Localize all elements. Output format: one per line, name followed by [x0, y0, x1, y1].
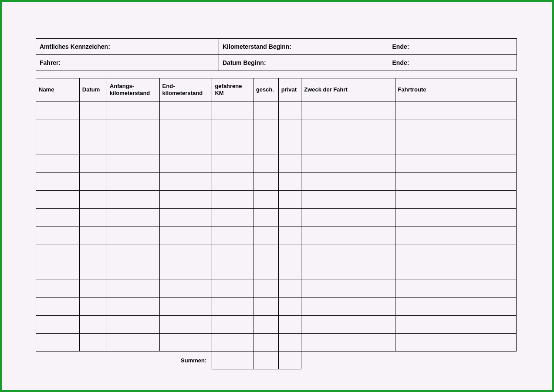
- log-cell[interactable]: [301, 137, 395, 155]
- log-cell[interactable]: [395, 334, 516, 351]
- log-cell[interactable]: [159, 173, 212, 191]
- log-cell[interactable]: [36, 316, 80, 334]
- log-cell[interactable]: [159, 316, 212, 334]
- log-cell[interactable]: [79, 209, 107, 226]
- log-cell[interactable]: [301, 298, 395, 316]
- log-cell[interactable]: [278, 298, 301, 316]
- log-cell[interactable]: [212, 298, 253, 316]
- log-cell[interactable]: [278, 280, 301, 298]
- log-cell[interactable]: [79, 155, 107, 173]
- log-cell[interactable]: [107, 101, 159, 119]
- log-cell[interactable]: [253, 173, 278, 191]
- log-cell[interactable]: [212, 280, 253, 298]
- log-cell[interactable]: [159, 101, 212, 119]
- log-cell[interactable]: [395, 137, 516, 155]
- log-cell[interactable]: [212, 334, 253, 351]
- log-cell[interactable]: [159, 119, 212, 137]
- log-cell[interactable]: [278, 173, 301, 191]
- log-cell[interactable]: [212, 244, 253, 262]
- log-cell[interactable]: [395, 101, 516, 119]
- log-cell[interactable]: [395, 173, 516, 191]
- log-cell[interactable]: [36, 262, 80, 280]
- log-cell[interactable]: [395, 191, 516, 209]
- log-cell[interactable]: [278, 155, 301, 173]
- log-cell[interactable]: [301, 173, 395, 191]
- log-cell[interactable]: [107, 244, 159, 262]
- log-cell[interactable]: [79, 280, 107, 298]
- log-cell[interactable]: [278, 119, 301, 137]
- log-cell[interactable]: [253, 280, 278, 298]
- log-cell[interactable]: [253, 119, 278, 137]
- log-cell[interactable]: [278, 191, 301, 209]
- log-cell[interactable]: [212, 119, 253, 137]
- log-cell[interactable]: [253, 334, 278, 351]
- log-cell[interactable]: [36, 244, 80, 262]
- log-cell[interactable]: [212, 173, 253, 191]
- log-cell[interactable]: [107, 226, 159, 244]
- log-cell[interactable]: [107, 119, 159, 137]
- log-cell[interactable]: [212, 316, 253, 334]
- log-cell[interactable]: [36, 173, 80, 191]
- log-cell[interactable]: [212, 191, 253, 209]
- log-cell[interactable]: [159, 244, 212, 262]
- log-cell[interactable]: [79, 137, 107, 155]
- log-cell[interactable]: [107, 155, 159, 173]
- log-cell[interactable]: [159, 155, 212, 173]
- log-cell[interactable]: [301, 244, 395, 262]
- log-cell[interactable]: [301, 101, 395, 119]
- log-cell[interactable]: [36, 191, 80, 209]
- log-cell[interactable]: [253, 101, 278, 119]
- log-cell[interactable]: [301, 280, 395, 298]
- log-cell[interactable]: [79, 298, 107, 316]
- log-cell[interactable]: [253, 155, 278, 173]
- log-cell[interactable]: [253, 262, 278, 280]
- log-cell[interactable]: [395, 262, 516, 280]
- log-cell[interactable]: [278, 137, 301, 155]
- log-cell[interactable]: [253, 298, 278, 316]
- log-cell[interactable]: [36, 226, 80, 244]
- log-cell[interactable]: [159, 280, 212, 298]
- log-cell[interactable]: [79, 334, 107, 351]
- log-cell[interactable]: [79, 173, 107, 191]
- log-cell[interactable]: [395, 119, 516, 137]
- log-cell[interactable]: [79, 191, 107, 209]
- log-cell[interactable]: [159, 226, 212, 244]
- log-cell[interactable]: [301, 316, 395, 334]
- log-cell[interactable]: [301, 209, 395, 226]
- log-cell[interactable]: [36, 119, 80, 137]
- log-cell[interactable]: [253, 137, 278, 155]
- log-cell[interactable]: [212, 226, 253, 244]
- log-cell[interactable]: [79, 262, 107, 280]
- log-cell[interactable]: [107, 209, 159, 226]
- log-cell[interactable]: [107, 280, 159, 298]
- log-cell[interactable]: [212, 137, 253, 155]
- log-cell[interactable]: [253, 316, 278, 334]
- log-cell[interactable]: [36, 155, 80, 173]
- log-cell[interactable]: [36, 101, 80, 119]
- log-cell[interactable]: [159, 334, 212, 351]
- log-cell[interactable]: [301, 119, 395, 137]
- log-cell[interactable]: [212, 101, 253, 119]
- log-cell[interactable]: [79, 101, 107, 119]
- log-cell[interactable]: [107, 137, 159, 155]
- log-cell[interactable]: [253, 209, 278, 226]
- log-cell[interactable]: [278, 226, 301, 244]
- log-cell[interactable]: [395, 244, 516, 262]
- log-cell[interactable]: [107, 173, 159, 191]
- log-cell[interactable]: [79, 119, 107, 137]
- log-cell[interactable]: [301, 262, 395, 280]
- log-cell[interactable]: [395, 155, 516, 173]
- log-cell[interactable]: [212, 262, 253, 280]
- log-cell[interactable]: [36, 209, 80, 226]
- log-cell[interactable]: [212, 155, 253, 173]
- log-cell[interactable]: [79, 226, 107, 244]
- log-cell[interactable]: [36, 334, 80, 351]
- log-cell[interactable]: [301, 191, 395, 209]
- log-cell[interactable]: [159, 209, 212, 226]
- log-cell[interactable]: [301, 334, 395, 351]
- log-cell[interactable]: [278, 316, 301, 334]
- log-cell[interactable]: [159, 298, 212, 316]
- log-cell[interactable]: [395, 298, 516, 316]
- log-cell[interactable]: [159, 262, 212, 280]
- log-cell[interactable]: [36, 280, 80, 298]
